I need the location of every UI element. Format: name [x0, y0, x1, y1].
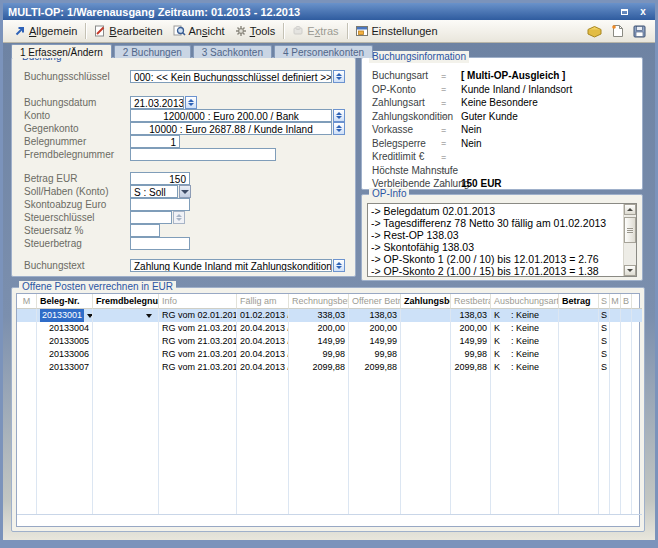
cell-b[interactable]	[621, 335, 632, 348]
cell-m[interactable]	[17, 309, 37, 322]
cell-b[interactable]	[621, 348, 632, 361]
cell-ausbuchungsart[interactable]: K: Keine	[491, 322, 559, 335]
field-input[interactable]	[130, 198, 190, 211]
cell-m2[interactable]	[610, 322, 621, 335]
field-input[interactable]: 000: << Kein Buchungsschlüssel definiert…	[130, 70, 332, 83]
menu-einstellungen[interactable]: Einstellungen	[351, 24, 443, 38]
cell-offener-betrag[interactable]: 200,00	[349, 322, 401, 335]
cell-betrag[interactable]	[559, 348, 599, 361]
cell-rechnungsbetrag[interactable]: 338,03	[289, 309, 349, 322]
cell-s[interactable]: S	[599, 309, 610, 322]
cell-s[interactable]: S	[599, 348, 610, 361]
tab-1[interactable]: 1 Erfassen/Ändern	[11, 44, 112, 58]
cell-fremdbeleg[interactable]	[93, 335, 159, 348]
field-input[interactable]: 1200/000 : Euro 200.00 / Bank	[130, 109, 332, 122]
cell-faellig[interactable]: 01.02.2013 /Fr	[237, 309, 289, 322]
cell-m[interactable]	[17, 335, 37, 348]
field-input[interactable]	[130, 224, 160, 237]
cell-ausbuchungsart[interactable]: K: Keine	[491, 361, 559, 374]
cell-rechnungsbetrag[interactable]: 2099,88	[289, 361, 349, 374]
cell-s[interactable]: S	[599, 335, 610, 348]
menu-bearbeiten[interactable]: Bearbeiten	[89, 24, 167, 38]
cell-rechnungsbetrag[interactable]: 200,00	[289, 322, 349, 335]
cell-restbetrag[interactable]: 99,98	[451, 348, 491, 361]
cell-offener-betrag[interactable]: 2099,88	[349, 361, 401, 374]
cell-zahlungsbetrag[interactable]	[401, 322, 451, 335]
tab-4[interactable]: 4 Personenkonten	[274, 45, 373, 58]
cell-info[interactable]: RG vom 21.03.2013	[159, 361, 237, 374]
close-button[interactable]: x	[636, 6, 650, 18]
dropdown-arrow-button[interactable]	[179, 185, 191, 198]
cell-m[interactable]	[17, 348, 37, 361]
combo-spinner-button[interactable]	[333, 109, 345, 122]
combo-spinner-button[interactable]	[333, 259, 345, 272]
cell-fremdbeleg[interactable]	[93, 322, 159, 335]
field-input[interactable]: 10000 : Euro 2687.88 / Kunde Inland	[130, 122, 332, 135]
scrollbar-down-button[interactable]	[624, 265, 636, 276]
cell-rechnungsbetrag[interactable]: 99,98	[289, 348, 349, 361]
cell-m2[interactable]	[610, 348, 621, 361]
combo-spinner-button[interactable]	[333, 122, 345, 135]
field-input[interactable]: 1	[130, 135, 180, 148]
cell-beleg[interactable]: 20133001	[37, 309, 93, 322]
field-input[interactable]: 21.03.2013 /Do	[130, 96, 184, 109]
cell-s[interactable]: S	[599, 361, 610, 374]
restore-button[interactable]	[617, 6, 631, 18]
cell-ausbuchungsart[interactable]: K: Keine	[491, 335, 559, 348]
cell-m2[interactable]	[610, 309, 621, 322]
cell-offener-betrag[interactable]: 138,03	[349, 309, 401, 322]
cell-betrag[interactable]	[559, 309, 599, 322]
cell-beleg[interactable]: 20133004	[37, 322, 93, 335]
cell-beleg[interactable]: 20133007	[37, 361, 93, 374]
save-icon[interactable]	[633, 25, 646, 38]
post-icon[interactable]	[587, 25, 602, 38]
field-input[interactable]: 150	[130, 172, 190, 185]
field-input[interactable]	[130, 148, 276, 161]
tab-3[interactable]: 3 Sachkonten	[193, 45, 272, 58]
scrollbar-up-button[interactable]	[624, 204, 636, 215]
cell-faellig[interactable]: 20.04.2013 /Sa	[237, 335, 289, 348]
titlebar[interactable]: MULTI-OP: 1/Warenausgang Zeitraum: 01.20…	[3, 3, 655, 20]
cell-betrag[interactable]	[559, 335, 599, 348]
cell-b[interactable]	[621, 322, 632, 335]
cell-restbetrag[interactable]: 200,00	[451, 322, 491, 335]
scrollbar-thumb[interactable]	[624, 217, 636, 243]
cell-filler[interactable]	[632, 361, 642, 374]
cell-restbetrag[interactable]: 149,99	[451, 335, 491, 348]
cell-info[interactable]: RG vom 21.03.2013	[159, 335, 237, 348]
cell-zahlungsbetrag[interactable]	[401, 361, 451, 374]
cell-zahlungsbetrag[interactable]	[401, 309, 451, 322]
cell-info[interactable]: RG vom 21.03.2013	[159, 348, 237, 361]
cell-zahlungsbetrag[interactable]	[401, 335, 451, 348]
cell-faellig[interactable]: 20.04.2013 /Sa	[237, 361, 289, 374]
cell-offener-betrag[interactable]: 149,99	[349, 335, 401, 348]
cell-restbetrag[interactable]: 2099,88	[451, 361, 491, 374]
cell-info[interactable]: RG vom 02.01.2013	[159, 309, 237, 322]
cell-restbetrag[interactable]: 138,03	[451, 309, 491, 322]
cell-filler[interactable]	[632, 335, 642, 348]
cell-m2[interactable]	[610, 335, 621, 348]
field-input[interactable]: Zahlung Kunde Inland mit Zahlungskonditi…	[130, 259, 332, 272]
cell-m[interactable]	[17, 361, 37, 374]
menu-allgemein[interactable]: Allgemein	[9, 24, 82, 38]
menu-tools[interactable]: Tools	[230, 24, 281, 38]
cell-offener-betrag[interactable]: 99,98	[349, 348, 401, 361]
field-input[interactable]	[130, 211, 172, 224]
cell-m2[interactable]	[610, 361, 621, 374]
cell-m[interactable]	[17, 322, 37, 335]
chevron-down-icon[interactable]	[146, 314, 152, 318]
cell-b[interactable]	[621, 309, 632, 322]
cell-info[interactable]: RG vom 21.03.2013	[159, 322, 237, 335]
combo-spinner-button[interactable]	[173, 211, 185, 224]
field-input[interactable]	[130, 237, 190, 250]
cell-ausbuchungsart[interactable]: K: Keine	[491, 309, 559, 322]
cell-fremdbeleg[interactable]	[93, 348, 159, 361]
cell-faellig[interactable]: 20.04.2013 /Sa	[237, 322, 289, 335]
cell-betrag[interactable]	[559, 361, 599, 374]
cell-rechnungsbetrag[interactable]: 149,99	[289, 335, 349, 348]
cell-filler[interactable]	[632, 322, 642, 335]
field-input[interactable]: S : Soll	[130, 185, 178, 198]
cell-b[interactable]	[621, 361, 632, 374]
new-document-icon[interactable]	[611, 24, 624, 38]
tab-2[interactable]: 2 Buchungen	[114, 45, 191, 58]
